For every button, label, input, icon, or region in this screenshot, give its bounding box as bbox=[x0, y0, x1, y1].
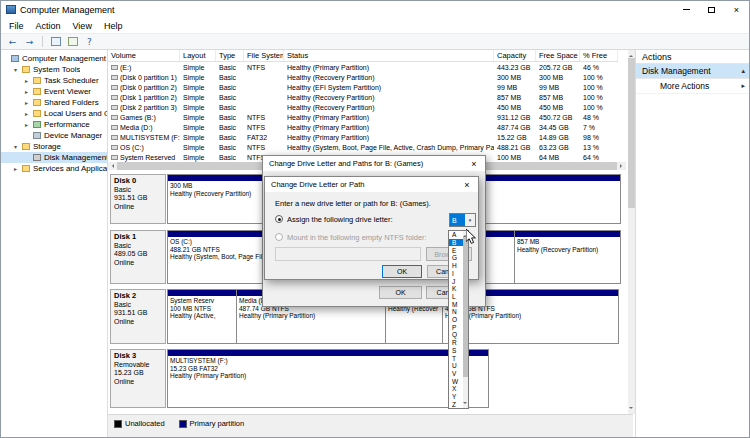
volume-row[interactable]: (E:)SimpleBasicNTFSHealthy (Primary Part… bbox=[108, 62, 618, 72]
scroll-up-button[interactable] bbox=[628, 50, 635, 58]
ok-button[interactable]: OK bbox=[379, 286, 422, 299]
tree-item-performance[interactable]: ▸Performance bbox=[1, 119, 107, 130]
minimize-button[interactable] bbox=[674, 1, 699, 18]
tree-item-device-manager[interactable]: Device Manager bbox=[1, 130, 107, 141]
close-button[interactable]: × bbox=[724, 1, 749, 18]
collapse-icon[interactable]: ▴ bbox=[741, 67, 745, 75]
chevron-icon[interactable]: ▸ bbox=[14, 165, 22, 172]
drive-letter-option-j[interactable]: J bbox=[449, 277, 463, 285]
column-header-file-system[interactable]: File System bbox=[244, 50, 284, 61]
column-header-free[interactable]: % Free bbox=[580, 50, 618, 61]
chevron-icon[interactable]: ▸ bbox=[25, 88, 33, 95]
close-icon[interactable]: × bbox=[463, 156, 485, 171]
dialog-title-bar[interactable]: Change Drive Letter and Paths for B: (Ga… bbox=[263, 156, 485, 171]
column-header-capacity[interactable]: Capacity bbox=[494, 50, 536, 61]
drive-letter-option-p[interactable]: P bbox=[449, 323, 463, 331]
drive-letter-option-t[interactable]: T bbox=[449, 354, 463, 362]
drive-letter-option-w[interactable]: W bbox=[449, 377, 463, 385]
mount-in-folder-radio[interactable] bbox=[275, 233, 283, 241]
drive-letter-option-h[interactable]: H bbox=[449, 262, 463, 270]
volume-row[interactable]: (Disk 1 partition 2)SimpleBasicHealthy (… bbox=[108, 92, 618, 102]
tree-item-task-scheduler[interactable]: ▸Task Scheduler bbox=[1, 75, 107, 86]
actions-disk-management[interactable]: Disk Management ▴ bbox=[636, 64, 749, 79]
menu-help[interactable]: Help bbox=[98, 20, 129, 32]
column-header-type[interactable]: Type bbox=[216, 50, 244, 61]
volume-row[interactable]: (Disk 0 partition 1)SimpleBasicHealthy (… bbox=[108, 72, 618, 82]
drive-letter-combobox[interactable]: B ▾ bbox=[449, 213, 476, 227]
menu-view[interactable]: View bbox=[67, 20, 98, 32]
volume-row[interactable]: Games (B:)SimpleBasicNTFSHealthy (Primar… bbox=[108, 112, 618, 122]
drive-letter-option-l[interactable]: L bbox=[449, 293, 463, 301]
mount-path-input[interactable] bbox=[275, 247, 421, 261]
tree-item-local-users-and-groups[interactable]: ▸Local Users and Groups bbox=[1, 108, 107, 119]
drive-letter-option-b[interactable]: B bbox=[449, 239, 463, 247]
maximize-button[interactable] bbox=[699, 1, 724, 18]
dropdown-scroll-thumb[interactable] bbox=[463, 237, 468, 377]
scroll-right-button[interactable] bbox=[617, 162, 626, 170]
chevron-icon[interactable]: ▾ bbox=[14, 143, 22, 150]
drive-letter-option-i[interactable]: I bbox=[449, 270, 463, 278]
volume-row[interactable]: OS (C:)SimpleBasicNTFSHealthy (System, B… bbox=[108, 142, 618, 152]
chevron-icon[interactable]: ▸ bbox=[25, 121, 33, 128]
drive-letter-option-m[interactable]: M bbox=[449, 300, 463, 308]
disk-label[interactable]: Disk 0Basic931.51 GBOnline bbox=[110, 174, 166, 224]
disk-label[interactable]: Disk 1Basic489.05 GBOnline bbox=[110, 230, 166, 284]
disk-label[interactable]: Disk 2Basic931.51 GBOnline bbox=[110, 289, 166, 344]
scroll-down-icon[interactable] bbox=[463, 402, 467, 406]
dialog-title-bar[interactable]: Change Drive Letter or Path × bbox=[265, 177, 478, 192]
volume-row[interactable]: Media (D:)SimpleBasicNTFSHealthy (Primar… bbox=[108, 122, 618, 132]
chevron-icon[interactable]: ▸ bbox=[25, 77, 33, 84]
partition-multisystem-f[interactable]: MULTISYSTEM (F:)15.23 GB FAT32Healthy (P… bbox=[167, 349, 489, 408]
volume-row[interactable]: (Disk 0 partition 2)SimpleBasicHealthy (… bbox=[108, 82, 618, 92]
menu-file[interactable]: File bbox=[3, 20, 30, 32]
column-header-layout[interactable]: Layout bbox=[180, 50, 216, 61]
volume-row[interactable]: MULTISYSTEM (F:)SimpleBasicFAT32Healthy … bbox=[108, 132, 618, 142]
dropdown-scrollbar[interactable] bbox=[463, 231, 468, 408]
menu-action[interactable]: Action bbox=[30, 20, 67, 32]
tree-item-services-and-applications[interactable]: ▸Services and Applications bbox=[1, 163, 107, 174]
drive-letter-option-s[interactable]: S bbox=[449, 347, 463, 355]
drive-letter-option-o[interactable]: O bbox=[449, 316, 463, 324]
drive-letter-option-v[interactable]: V bbox=[449, 370, 463, 378]
scroll-left-button[interactable] bbox=[108, 162, 117, 170]
drive-letter-option-z[interactable]: Z bbox=[449, 400, 463, 408]
tree-item-disk-management[interactable]: Disk Management bbox=[1, 152, 107, 163]
volume-row[interactable]: (Disk 2 partition 3)SimpleBasicHealthy (… bbox=[108, 102, 618, 112]
chevron-down-icon[interactable]: ▾ bbox=[465, 214, 475, 226]
drive-letter-option-r[interactable]: R bbox=[449, 339, 463, 347]
partition-unnamed[interactable]: 857 MBHealthy (Recovery Partition) bbox=[514, 230, 621, 284]
chevron-icon[interactable]: ▸ bbox=[25, 110, 33, 117]
drive-letter-option-g[interactable]: G bbox=[449, 254, 463, 262]
drive-letter-option-u[interactable]: U bbox=[449, 362, 463, 370]
disk-label[interactable]: Disk 3Removable15.23 GBOnline bbox=[110, 349, 166, 408]
drive-letter-option-y[interactable]: Y bbox=[449, 393, 463, 401]
column-header-status[interactable]: Status bbox=[284, 50, 494, 61]
more-actions[interactable]: More Actions ▸ bbox=[636, 79, 749, 94]
partition-system-reserv[interactable]: System Reserv100 MB NTFSHealthy (Active, bbox=[167, 289, 237, 344]
forward-icon[interactable]: → bbox=[22, 35, 37, 48]
properties-icon[interactable] bbox=[65, 35, 80, 48]
tree-item-computer-management-local[interactable]: Computer Management (Local) bbox=[1, 53, 107, 64]
ok-button[interactable]: OK bbox=[382, 265, 422, 278]
tree-item-shared-folders[interactable]: ▸Shared Folders bbox=[1, 97, 107, 108]
close-icon[interactable]: × bbox=[456, 177, 478, 192]
back-icon[interactable]: ← bbox=[5, 35, 20, 48]
vertical-scrollbar[interactable] bbox=[628, 50, 635, 414]
tree-item-storage[interactable]: ▾Storage bbox=[1, 141, 107, 152]
tree-item-event-viewer[interactable]: ▸Event Viewer bbox=[1, 86, 107, 97]
help-icon[interactable]: ? bbox=[82, 35, 97, 48]
drive-letter-option-q[interactable]: Q bbox=[449, 331, 463, 339]
scroll-down-button[interactable] bbox=[628, 406, 635, 414]
column-header-free-space[interactable]: Free Space bbox=[536, 50, 580, 61]
console-tree-icon[interactable] bbox=[48, 35, 63, 48]
vertical-scroll-thumb[interactable] bbox=[628, 58, 635, 208]
tree-item-system-tools[interactable]: ▾System Tools bbox=[1, 64, 107, 75]
drive-letter-option-a[interactable]: A bbox=[449, 231, 463, 239]
column-header-volume[interactable]: Volume bbox=[108, 50, 180, 61]
drive-letter-option-e[interactable]: E bbox=[449, 246, 463, 254]
drive-letter-option-n[interactable]: N bbox=[449, 308, 463, 316]
chevron-icon[interactable]: ▾ bbox=[14, 66, 22, 73]
drive-letter-option-k[interactable]: K bbox=[449, 285, 463, 293]
drive-letter-option-x[interactable]: X bbox=[449, 385, 463, 393]
chevron-icon[interactable]: ▸ bbox=[25, 99, 33, 106]
